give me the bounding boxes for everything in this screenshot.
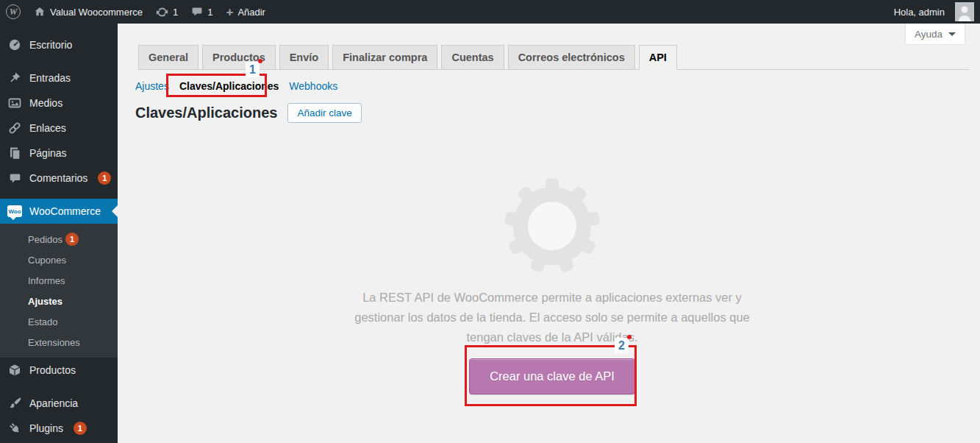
page-title-row: Claves/Aplicaciones Añadir clave [135, 103, 969, 123]
updates-link[interactable]: 1 [149, 0, 185, 24]
main-content: Ayuda General Productos Envío Finalizar … [118, 24, 980, 443]
submenu-item-label: Cupones [28, 255, 66, 266]
sidebar-item-label: Medios [29, 97, 62, 109]
menu-separator [0, 383, 118, 391]
site-name-label: Valual Woocommerce [50, 7, 143, 18]
chevron-down-icon [948, 32, 956, 36]
submenu-item-extensiones[interactable]: Extensiones [0, 332, 118, 352]
sidebar-item-woocommerce[interactable]: Woo WooCommerce [0, 199, 118, 224]
tab-correos-electronicos[interactable]: Correos electrónicos [508, 45, 635, 70]
escritorio-icon [7, 38, 22, 52]
admin-menu: Escritorio Entradas Medios Enlaces Pági [0, 24, 118, 224]
update-icon [156, 6, 168, 18]
medios-icon [7, 96, 22, 110]
submenu-item-label: Informes [28, 275, 65, 286]
api-intro-text: La REST API de WooCommerce permite a apl… [354, 288, 751, 348]
admin-bar: W Valual Woocommerce 1 1 + Añadir Hola, [0, 0, 980, 24]
woocommerce-icon: Woo [7, 205, 22, 217]
page-title: Claves/Aplicaciones [135, 104, 277, 121]
comments-icon [191, 6, 203, 18]
plugins-icon [7, 422, 22, 435]
gear-icon [504, 177, 601, 274]
tab-api[interactable]: API [639, 45, 677, 70]
home-icon [34, 6, 46, 18]
add-icon: + [226, 6, 233, 18]
sidebar-item-entradas[interactable]: Entradas [0, 65, 118, 91]
orders-badge: 1 [65, 233, 79, 246]
sidebar-item-label: Escritorio [29, 39, 72, 51]
sidebar-item-label: Enlaces [29, 122, 66, 134]
submenu-item-estado[interactable]: Estado [0, 311, 118, 332]
submenu-item-pedidos[interactable]: Pedidos 1 [0, 229, 118, 249]
wp-logo-menu[interactable]: W [0, 0, 27, 24]
settings-tab-bar: General Productos Envío Finalizar compra… [138, 45, 969, 70]
my-account-link[interactable]: Hola, admin [887, 0, 980, 24]
sidebar-item-label: Apariencia [29, 397, 78, 409]
woocommerce-submenu: Pedidos 1 Cupones Informes Ajustes Estad… [0, 224, 118, 358]
greeting-label: Hola, admin [894, 7, 945, 18]
enlaces-icon [7, 121, 22, 135]
api-subnav: Ajustes Claves/Aplicaciones Webhooks [135, 80, 969, 92]
tab-envio[interactable]: Envío [279, 45, 329, 70]
sidebar-item-apariencia[interactable]: Apariencia [0, 391, 118, 416]
sidebar-item-label: Entradas [29, 72, 71, 84]
sidebar-item-label: Comentarios [29, 172, 87, 184]
submenu-item-informes[interactable]: Informes [0, 270, 118, 291]
submenu-item-label: Ajustes [28, 296, 62, 307]
submenu-item-label: Pedidos [28, 234, 62, 245]
admin-menu-bottom: Productos Apariencia Plugins 1 [0, 358, 118, 441]
submenu-item-ajustes[interactable]: Ajustes [0, 291, 118, 311]
menu-separator [0, 57, 118, 65]
subnav-webhooks-link[interactable]: Webhooks [289, 80, 337, 92]
sidebar-item-productos[interactable]: Productos [0, 358, 118, 383]
apariencia-icon [7, 397, 22, 410]
sidebar-item-escritorio[interactable]: Escritorio [0, 32, 118, 57]
help-button[interactable]: Ayuda [905, 24, 965, 45]
help-label: Ayuda [915, 29, 943, 40]
sidebar-item-enlaces[interactable]: Enlaces [0, 116, 118, 141]
entradas-icon [7, 71, 22, 85]
admin-bar-right: Hola, admin [887, 0, 980, 24]
sidebar-item-label: WooCommerce [29, 205, 101, 217]
wordpress-logo-icon: W [6, 4, 21, 19]
productos-icon [7, 364, 22, 377]
sidebar-item-label: Productos [29, 364, 76, 376]
sidebar-item-label: Plugins [29, 422, 63, 434]
submenu-item-cupones[interactable]: Cupones [0, 249, 118, 270]
admin-sidebar: Escritorio Entradas Medios Enlaces Pági [0, 24, 118, 443]
new-content-link[interactable]: + Añadir [219, 0, 272, 24]
add-label: Añadir [237, 7, 265, 18]
add-key-button[interactable]: Añadir clave [287, 103, 361, 123]
plugins-badge: 1 [74, 422, 87, 435]
tab-productos[interactable]: Productos [202, 45, 276, 70]
tab-cuentas[interactable]: Cuentas [441, 45, 504, 70]
site-name-link[interactable]: Valual Woocommerce [27, 0, 149, 24]
subnav-ajustes-link[interactable]: Ajustes [135, 80, 169, 92]
admin-bar-left: W Valual Woocommerce 1 1 + Añadir [0, 0, 272, 24]
paginas-icon [7, 146, 22, 160]
sidebar-item-medios[interactable]: Medios [0, 91, 118, 116]
submenu-item-label: Extensiones [28, 337, 80, 348]
sidebar-item-plugins[interactable]: Plugins 1 [0, 416, 118, 441]
comments-badge: 1 [98, 171, 111, 185]
menu-separator [0, 191, 118, 199]
api-keys-empty-state: La REST API de WooCommerce permite a apl… [135, 177, 969, 394]
sidebar-item-paginas[interactable]: Páginas [0, 141, 118, 166]
submenu-item-label: Estado [28, 316, 57, 327]
comentarios-icon [7, 172, 22, 185]
sidebar-item-label: Páginas [29, 147, 67, 159]
sidebar-item-comentarios[interactable]: Comentarios 1 [0, 166, 118, 191]
tab-finalizar-compra[interactable]: Finalizar compra [332, 45, 437, 70]
subnav-claves-aplicaciones-link[interactable]: Claves/Aplicaciones [179, 80, 279, 92]
settings-wrap: General Productos Envío Finalizar compra… [118, 24, 980, 394]
comment-count: 1 [207, 7, 212, 18]
create-api-key-button[interactable]: Crear una clave de API [469, 358, 635, 394]
avatar [955, 2, 974, 21]
update-count: 1 [173, 7, 178, 18]
comments-link[interactable]: 1 [185, 0, 219, 24]
tab-general[interactable]: General [138, 45, 198, 70]
